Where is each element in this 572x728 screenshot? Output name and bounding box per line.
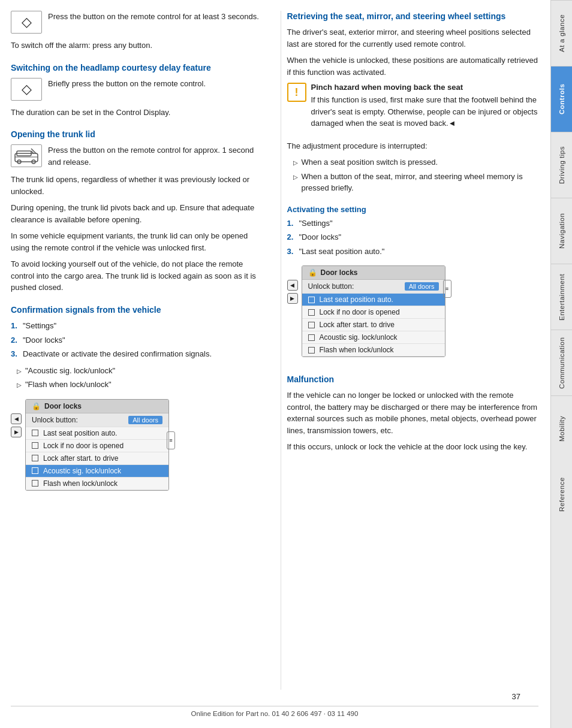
left-row-1: Lock if no door is opened (26, 440, 168, 452)
left-row-label-3: Acoustic sig. lock/unlock (43, 467, 121, 475)
remote-press-text: Press the button on the remote control f… (48, 11, 263, 23)
headlamp-icon: ◇ (11, 78, 42, 101)
left-screen-mockup: 🔒 Door locks Unlock button: All doors La… (25, 399, 169, 491)
tab-communication[interactable]: Communication (551, 330, 572, 395)
seat-body1: The driver's seat, exterior mirror, and … (287, 26, 539, 50)
interrupt-text: The adjustment procedure is interrupted: (287, 140, 539, 152)
right-row-label-0: Last seat position auto. (320, 295, 393, 304)
left-screen-title-bar: 🔒 Door locks (26, 400, 168, 413)
right-left-arrow-btn[interactable]: ◀ (287, 280, 298, 291)
left-screen-title: Door locks (44, 402, 82, 410)
trunk-body5: To avoid locking yourself out of the veh… (11, 258, 263, 294)
tab-driving-tips[interactable]: Driving tips (551, 132, 572, 198)
right-arrow-btn[interactable]: ▶ (11, 427, 22, 437)
activate-step-1: 1. "Settings" (287, 218, 539, 229)
footer-bar: Online Edition for Part no. 01 40 2 606 … (11, 706, 538, 717)
right-row-0: Last seat position auto. (302, 294, 445, 306)
seat-body2: When the vehicle is unlocked, these posi… (287, 55, 539, 78)
confirmation-signals-section: Confirmation signals from the vehicle 1.… (11, 304, 263, 497)
right-column: Retrieving the seat, mirror, and steerin… (281, 11, 539, 690)
footer-text: Online Edition for Part no. 01 40 2 606 … (191, 710, 359, 717)
right-screen-mockup: 🔒 Door locks Unlock button: All doors La… (302, 265, 445, 357)
headlamp-note: The duration can be set in the Control D… (11, 107, 263, 119)
interrupt-bullets: When a seat position switch is pressed. … (287, 156, 539, 194)
left-unlock-label: Unlock button: (32, 416, 78, 424)
activating-steps: 1. "Settings" 2. "Door locks" 3. "Last s… (287, 218, 539, 258)
right-check-2 (308, 322, 315, 328)
left-check-3 (32, 467, 38, 474)
tab-mobility[interactable]: Mobility (551, 395, 572, 461)
malfunction-section: Malfunction If the vehicle can no longer… (287, 374, 539, 453)
right-row-label-1: Lock if no door is opened (320, 308, 400, 316)
right-check-4 (308, 347, 315, 354)
right-right-arrow-btn[interactable]: ▶ (287, 293, 298, 304)
left-check-0 (32, 430, 38, 436)
tab-reference[interactable]: Reference (551, 461, 572, 527)
two-column-layout: ◇ Press the button on the remote control… (11, 11, 538, 690)
activating-subheading: Activating the setting (287, 205, 539, 214)
remote-press-section: ◇ Press the button on the remote control… (11, 11, 263, 52)
trunk-body3: During opening, the trunk lid pivots bac… (11, 202, 263, 225)
tab-entertainment[interactable]: Entertainment (551, 264, 572, 330)
right-screen-title-bar: 🔒 Door locks (302, 266, 445, 280)
right-check-1 (308, 309, 315, 316)
warning-title: Pinch hazard when moving back the seat (311, 83, 463, 92)
right-row-1: Lock if no door is opened (302, 306, 445, 319)
right-screen-controls: ◀ ▶ (287, 280, 298, 304)
remote-icon-row: ◇ Press the button on the remote control… (11, 11, 263, 34)
page-number-area: 37 (11, 692, 538, 701)
left-check-2 (32, 455, 38, 461)
remote-icon: ◇ (11, 11, 42, 34)
trunk-body4: In some vehicle equipment variants, the … (11, 230, 263, 253)
left-check-1 (32, 442, 38, 449)
left-screen-wrap: ◀ ▶ 🔒 Door locks Unlock button: All door… (11, 395, 263, 497)
svg-line-6 (31, 149, 36, 153)
right-row-label-2: Lock after start. to drive (320, 321, 395, 329)
left-row-label-1: Lock if no door is opened (43, 442, 124, 450)
malfunction-body1: If the vehicle can no longer be locked o… (287, 389, 539, 436)
left-screen-header: Unlock button: All doors (26, 413, 168, 427)
warning-content: Pinch hazard when moving back the seat I… (311, 83, 539, 134)
right-scroll-right-icon: ≡ (443, 280, 451, 298)
confirmation-heading: Confirmation signals from the vehicle (11, 304, 263, 315)
malfunction-body2: If this occurs, unlock or lock the vehic… (287, 441, 539, 453)
right-check-3 (308, 334, 315, 341)
left-check-4 (32, 480, 38, 487)
warning-icon: ! (287, 83, 306, 102)
right-row-3: Acoustic sig. lock/unlock (302, 331, 445, 344)
tab-at-a-glance[interactable]: At a glance (551, 0, 572, 66)
headlamp-heading: Switching on the headlamp courtesy delay… (11, 62, 263, 73)
left-row-label-4: Flash when lock/unlock (43, 479, 118, 488)
trunk-icon (11, 144, 42, 167)
right-scroll-icon: ≡ (167, 431, 175, 449)
left-arrow-btn[interactable]: ◀ (11, 413, 22, 424)
activate-step-2: 2. "Door locks" (287, 231, 539, 243)
step-2: 2. "Door locks" (11, 334, 263, 346)
tab-navigation[interactable]: Navigation (551, 198, 572, 264)
seat-mirror-section: Retrieving the seat, mirror, and steerin… (287, 11, 539, 194)
left-row-label-0: Last seat position auto. (43, 429, 117, 437)
trunk-body1: Press the button on the remote control f… (48, 144, 263, 168)
trunk-lid-section: Opening the trunk lid Press (11, 129, 263, 294)
right-screen-title: Door locks (321, 268, 358, 277)
warning-body: If this function is used, first make sur… (311, 94, 539, 129)
headlamp-section: Switching on the headlamp courtesy delay… (11, 62, 263, 119)
tab-controls[interactable]: Controls (551, 66, 572, 132)
switch-alarm-text: To switch off the alarm: press any butto… (11, 40, 263, 52)
left-screen-controls: ◀ ▶ (11, 413, 22, 437)
trunk-body2: The trunk lid opens, regardless of wheth… (11, 174, 263, 197)
car-trunk-svg (14, 147, 39, 164)
left-all-doors-badge: All doors (128, 416, 162, 424)
left-row-label-2: Lock after start. to drive (43, 454, 118, 463)
activate-step-3: 3. "Last seat position auto." (287, 246, 539, 258)
sidebar-tabs: At a glance Controls Driving tips Naviga… (550, 0, 572, 728)
page-number: 37 (512, 692, 520, 701)
warning-box: ! Pinch hazard when moving back the seat… (287, 83, 539, 134)
headlamp-body: Briefly press the button on the remote c… (48, 78, 263, 90)
right-row-label-4: Flash when lock/unlock (320, 346, 394, 354)
bullet-seat-switch: When a seat position switch is pressed. (293, 156, 539, 168)
activating-section: Activating the setting 1. "Settings" 2. … (287, 205, 539, 364)
bullet-flash: "Flash when lock/unlock" (17, 379, 263, 391)
right-all-doors-badge: All doors (405, 282, 439, 291)
confirmation-steps: 1. "Settings" 2. "Door locks" 3. Deactiv… (11, 320, 263, 360)
